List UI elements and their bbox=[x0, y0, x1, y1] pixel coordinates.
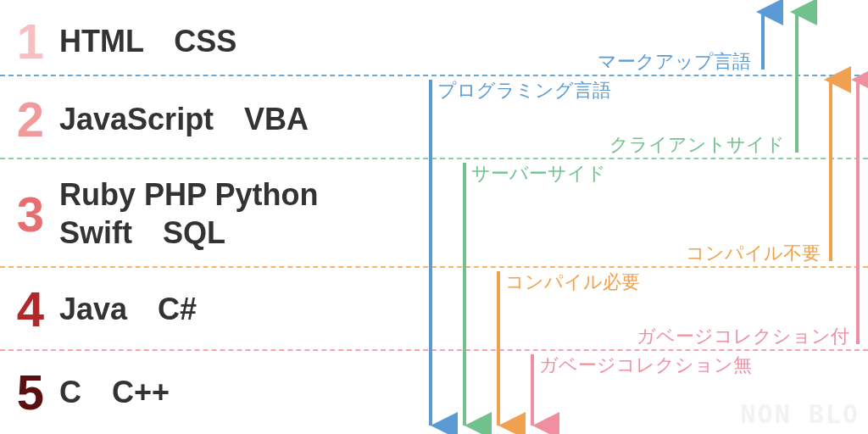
label-gc-no: ガベージコレクション無 bbox=[539, 353, 752, 378]
label-client-side: クライアントサイド bbox=[609, 132, 785, 158]
label-programming: プログラミング言語 bbox=[437, 78, 611, 103]
label-compile-not: コンパイル不要 bbox=[686, 241, 821, 266]
diagram-canvas: 1 HTML CSS 2 JavaScript VBA 3 Ruby PHP P… bbox=[0, 0, 868, 434]
label-server-side: サーバーサイド bbox=[471, 161, 606, 186]
label-gc-yes: ガベージコレクション付 bbox=[637, 324, 849, 349]
watermark: NON BLO bbox=[741, 399, 860, 429]
label-compile-need: コンパイル必要 bbox=[505, 270, 640, 295]
label-markup: マークアップ言語 bbox=[598, 49, 751, 75]
